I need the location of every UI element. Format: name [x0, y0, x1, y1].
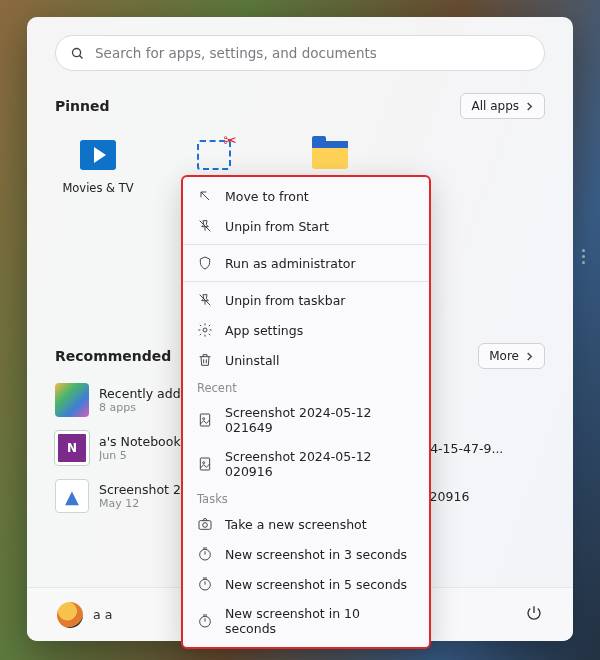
user-name: a a	[93, 607, 112, 622]
ctx-app-settings[interactable]: App settings	[183, 315, 429, 345]
ctx-group-recent: Recent	[183, 375, 429, 398]
svg-point-4	[203, 418, 205, 420]
svg-point-2	[203, 328, 207, 332]
timer-3-icon	[197, 546, 213, 562]
ctx-uninstall[interactable]: Uninstall	[183, 345, 429, 375]
power-button[interactable]	[525, 604, 543, 626]
ctx-task-new-screenshot[interactable]: Take a new screenshot	[183, 509, 429, 539]
ctx-recent-item[interactable]: Screenshot 2024-05-12 021649	[183, 398, 429, 442]
ctx-unpin-from-taskbar[interactable]: Unpin from taskbar	[183, 285, 429, 315]
power-icon	[525, 604, 543, 622]
ctx-task-screenshot-5s[interactable]: New screenshot in 5 seconds	[183, 569, 429, 599]
all-apps-label: All apps	[471, 99, 519, 113]
snipping-tool-icon	[197, 140, 231, 170]
trash-icon	[197, 352, 213, 368]
timer-10-icon	[197, 613, 213, 629]
svg-point-6	[203, 462, 205, 464]
image-file-icon: ▲	[55, 479, 89, 513]
separator	[183, 281, 429, 282]
ctx-move-to-front[interactable]: Move to front	[183, 181, 429, 211]
unpin-icon	[197, 218, 213, 234]
ctx-run-as-administrator[interactable]: Run as administrator	[183, 248, 429, 278]
pinned-app-label: Movies & TV	[55, 181, 141, 195]
gear-icon	[197, 322, 213, 338]
search-placeholder: Search for apps, settings, and documents	[95, 45, 377, 61]
svg-rect-7	[199, 521, 211, 530]
pagination-dots[interactable]	[582, 249, 585, 264]
pinned-app-movies-tv[interactable]: Movies & TV	[55, 135, 141, 195]
chevron-right-icon	[525, 102, 534, 111]
separator	[183, 244, 429, 245]
image-file-icon	[197, 412, 213, 428]
pinned-heading: Pinned	[55, 98, 110, 114]
svg-rect-5	[200, 458, 209, 470]
svg-point-0	[73, 48, 81, 56]
more-button[interactable]: More	[478, 343, 545, 369]
camera-icon	[197, 516, 213, 532]
arrow-up-left-icon	[197, 188, 213, 204]
movies-tv-icon	[80, 140, 116, 170]
apps-collage-icon	[55, 383, 89, 417]
svg-point-8	[203, 523, 208, 528]
context-menu: Move to front Unpin from Start Run as ad…	[181, 175, 431, 649]
unpin-icon	[197, 292, 213, 308]
all-apps-button[interactable]: All apps	[460, 93, 545, 119]
shield-icon	[197, 255, 213, 271]
image-file-icon	[197, 456, 213, 472]
file-explorer-icon	[312, 141, 348, 169]
search-box[interactable]: Search for apps, settings, and documents	[55, 35, 545, 71]
ctx-task-screenshot-10s[interactable]: New screenshot in 10 seconds	[183, 599, 429, 643]
chevron-right-icon	[525, 352, 534, 361]
avatar	[57, 602, 83, 628]
ctx-task-screenshot-3s[interactable]: New screenshot in 3 seconds	[183, 539, 429, 569]
ctx-group-tasks: Tasks	[183, 486, 429, 509]
timer-5-icon	[197, 576, 213, 592]
svg-rect-3	[200, 414, 209, 426]
user-account-button[interactable]: a a	[57, 602, 112, 628]
svg-line-1	[80, 55, 83, 58]
ctx-recent-item[interactable]: Screenshot 2024-05-12 020916	[183, 442, 429, 486]
more-label: More	[489, 349, 519, 363]
recommended-heading: Recommended	[55, 348, 171, 364]
pinned-header: Pinned All apps	[55, 93, 545, 119]
search-icon	[70, 46, 85, 61]
onenote-icon: N	[55, 431, 89, 465]
ctx-unpin-from-start[interactable]: Unpin from Start	[183, 211, 429, 241]
